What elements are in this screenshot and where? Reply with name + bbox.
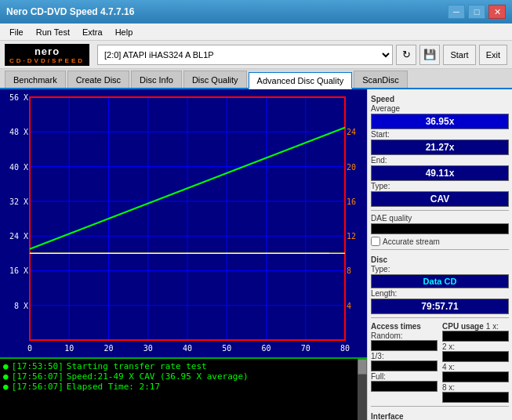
log-bullet-3: ●	[3, 382, 9, 392]
speed-chart	[0, 89, 367, 357]
log-text-1: Starting transfer rate test	[67, 361, 207, 371]
log-line-3: ● [17:56:07] Elapsed Time: 2:17	[3, 382, 364, 392]
menu-bar: File Run Test Extra Help	[0, 24, 512, 41]
cpu-usage-col: CPU usage 1 x: 2 x: 4 x: 8 x:	[442, 321, 509, 403]
cpu-1x-label: 1 x:	[486, 322, 499, 331]
cpu-4x-label: 4 x:	[442, 363, 455, 371]
log-line-2: ● [17:56:07] Speed:21-49 X CAV (36.95 X …	[3, 371, 364, 382]
end-label: End:	[371, 156, 509, 165]
log-area: ● [17:53:50] Starting transfer rate test…	[0, 357, 367, 420]
accurate-stream-row: Accurate stream	[371, 237, 509, 246]
log-bullet-1: ●	[3, 361, 9, 371]
log-text-3: Elapsed Time: 2:17	[67, 382, 160, 392]
log-bullet-2: ●	[3, 371, 9, 382]
nero-logo: nero CD·DVD/SPEED	[5, 44, 89, 66]
cpu-usage-title: CPU usage	[442, 322, 484, 331]
average-value: 36.95x	[371, 114, 509, 129]
interface-section: Interface Burst rate:	[371, 410, 509, 420]
start-button[interactable]: Start	[443, 45, 475, 65]
tab-disc-info[interactable]: Disc Info	[131, 71, 182, 88]
save-icon[interactable]: 💾	[419, 45, 440, 65]
accurate-stream-label: Accurate stream	[383, 237, 440, 246]
log-time-3: [17:56:07]	[12, 382, 64, 392]
speed-title: Speed	[371, 95, 509, 103]
log-text-2: Speed:21-49 X CAV (36.95 X average)	[67, 371, 249, 382]
one-third-value	[371, 360, 438, 371]
one-third-label: 1/3:	[371, 352, 384, 360]
type-label: Type:	[371, 182, 509, 190]
disc-length-label: Length:	[371, 289, 509, 298]
window-controls: ─ □ ✕	[448, 5, 506, 19]
disc-type-label: Type:	[371, 265, 509, 273]
tab-benchmark[interactable]: Benchmark	[5, 71, 66, 88]
end-value: 49.11x	[371, 165, 509, 181]
drive-select[interactable]: [2:0] ATAPI iHAS324 A BL1P	[97, 45, 393, 65]
access-times-title: Access times	[371, 322, 421, 331]
disc-section: Disc Type: Data CD Length: 79:57.71	[371, 253, 509, 314]
full-label: Full:	[371, 372, 386, 381]
title-bar: Nero CD-DVD Speed 4.7.7.16 ─ □ ✕	[0, 0, 512, 24]
chart-area: ● [17:53:50] Starting transfer rate test…	[0, 89, 367, 420]
menu-help[interactable]: Help	[109, 26, 140, 38]
random-label: Random:	[371, 331, 403, 340]
tabs: Benchmark Create Disc Disc Info Disc Qua…	[0, 69, 512, 89]
random-value	[371, 340, 438, 351]
tab-advanced-disc-quality[interactable]: Advanced Disc Quality	[249, 72, 353, 89]
divider-1	[371, 210, 509, 211]
menu-extra[interactable]: Extra	[76, 26, 109, 38]
minimize-button[interactable]: ─	[448, 5, 465, 19]
type-value: CAV	[371, 191, 509, 207]
tab-create-disc[interactable]: Create Disc	[67, 71, 129, 88]
cpu-8x-value	[442, 392, 509, 403]
tab-disc-quality[interactable]: Disc Quality	[183, 71, 247, 88]
disc-title: Disc	[371, 255, 509, 264]
divider-3	[371, 317, 509, 318]
disc-length-value: 79:57.71	[371, 299, 509, 314]
access-times-col: Access times Random: 1/3: Full:	[371, 321, 438, 403]
start-value: 21.27x	[371, 139, 509, 155]
divider-2	[371, 249, 509, 250]
average-label: Average	[371, 104, 509, 113]
refresh-icon[interactable]: ↻	[396, 45, 416, 65]
log-time-2: [17:56:07]	[12, 371, 64, 382]
cpu-8x-label: 8 x:	[442, 383, 455, 392]
dae-section: DAE quality	[371, 214, 509, 234]
menu-run-test[interactable]: Run Test	[30, 26, 76, 38]
cpu-4x-value	[442, 371, 509, 382]
maximize-button[interactable]: □	[468, 5, 485, 19]
main-content: ● [17:53:50] Starting transfer rate test…	[0, 89, 512, 420]
app-title: Nero CD-DVD Speed 4.7.7.16	[6, 6, 134, 17]
right-panel: Speed Average 36.95x Start: 21.27x End: …	[367, 89, 512, 420]
close-button[interactable]: ✕	[488, 5, 506, 19]
start-label: Start:	[371, 130, 509, 139]
menu-file[interactable]: File	[3, 26, 30, 38]
full-value	[371, 381, 438, 392]
interface-title: Interface	[371, 412, 509, 420]
log-line-1: ● [17:53:50] Starting transfer rate test	[3, 361, 364, 371]
exit-button[interactable]: Exit	[479, 45, 507, 65]
accurate-stream-checkbox[interactable]	[371, 237, 380, 246]
speed-section: Speed Average 36.95x Start: 21.27x End: …	[371, 92, 509, 207]
toolbar: nero CD·DVD/SPEED [2:0] ATAPI iHAS324 A …	[0, 41, 512, 69]
access-cpu-row: Access times Random: 1/3: Full: CPU usag…	[371, 321, 509, 403]
dae-value	[371, 223, 509, 234]
cpu-1x-value	[442, 331, 509, 342]
log-time-1: [17:53:50]	[12, 361, 64, 371]
divider-4	[371, 406, 509, 407]
chart-canvas	[0, 89, 367, 357]
cpu-2x-label: 2 x:	[442, 342, 455, 351]
log-scrollbar[interactable]	[358, 359, 367, 420]
disc-type-value: Data CD	[371, 274, 509, 288]
dae-label: DAE quality	[371, 214, 509, 223]
cpu-2x-value	[442, 351, 509, 362]
tab-scan-disc[interactable]: ScanDisc	[354, 71, 407, 88]
